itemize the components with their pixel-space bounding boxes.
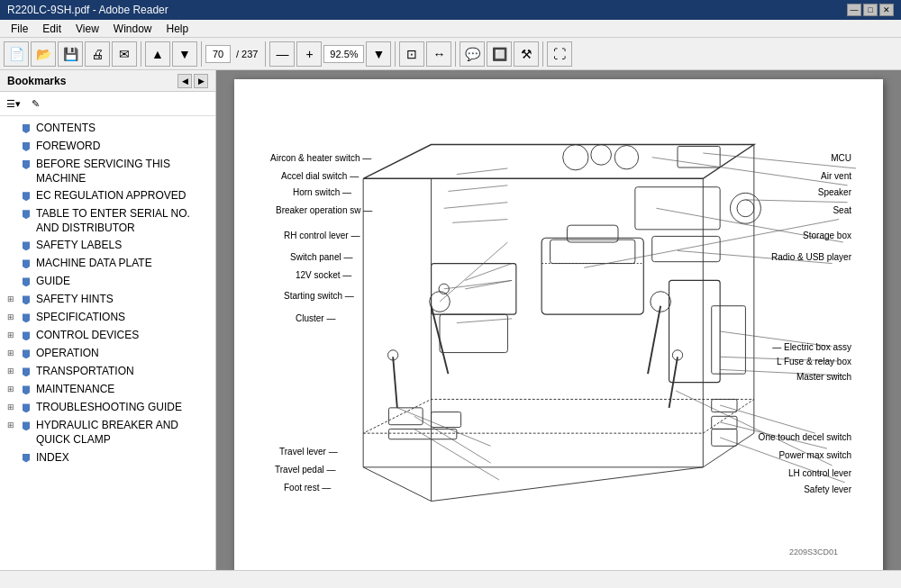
menu-file[interactable]: File [4, 21, 35, 37]
save-button[interactable]: 💾 [58, 41, 83, 67]
sidebar-item-table-serial[interactable]: TABLE TO ENTER SERIAL NO. AND DISTRIBUTO… [0, 205, 215, 237]
svg-line-35 [465, 280, 512, 288]
fit-page-button[interactable]: ⊡ [399, 41, 424, 67]
sidebar-item-control-devices[interactable]: ⊞CONTROL DEVICES [0, 327, 215, 345]
prev-page-button[interactable]: ▲ [145, 41, 170, 67]
sidebar-item-label: CONTENTS [36, 122, 96, 136]
sidebar-item-index[interactable]: INDEX [0, 449, 215, 467]
email-button[interactable]: ✉ [112, 41, 137, 67]
bookmark-icon [20, 384, 32, 396]
menu-window[interactable]: Window [106, 21, 159, 37]
zoom-dropdown-button[interactable]: ▼ [366, 41, 391, 67]
svg-line-36 [444, 280, 512, 288]
label-air-vent: Air vent [821, 171, 851, 181]
svg-rect-6 [440, 314, 507, 352]
menu-edit[interactable]: Edit [35, 21, 68, 37]
sidebar-content[interactable]: CONTENTSFOREWORDBEFORE SERVICING THIS MA… [0, 116, 215, 570]
sidebar-title: Bookmarks [7, 75, 66, 87]
label-rh-control: RH control lever — [284, 231, 359, 240]
zoom-input[interactable] [323, 45, 364, 63]
sidebar-add-button[interactable]: ✎ [25, 95, 45, 113]
svg-rect-11 [712, 306, 746, 374]
sidebar-menu-button[interactable]: ☰▾ [4, 95, 23, 113]
sidebar-item-safety-hints[interactable]: ⊞SAFETY HINTS [0, 291, 215, 309]
expand-icon: ⊞ [7, 348, 18, 357]
page-input[interactable] [205, 45, 231, 63]
sidebar-item-label: CONTROL DEVICES [36, 329, 139, 343]
fullscreen-button[interactable]: ⛶ [547, 41, 572, 67]
svg-rect-27 [712, 399, 737, 412]
sidebar-item-label: GUIDE [36, 275, 70, 289]
tools-button[interactable]: ⚒ [514, 41, 539, 67]
maximize-button[interactable]: □ [863, 4, 878, 16]
svg-rect-8 [432, 412, 461, 428]
sidebar-item-transportation[interactable]: ⊞TRANSPORTATION [0, 363, 215, 381]
svg-line-30 [457, 168, 508, 175]
separator-2 [201, 41, 202, 67]
svg-line-4 [648, 306, 660, 374]
sidebar-item-label: EC REGULATION APPROVED [36, 189, 186, 204]
sidebar-item-ec-regulation[interactable]: EC REGULATION APPROVED [0, 187, 215, 205]
expand-icon: ⊞ [7, 312, 18, 321]
label-starting: Starting switch — [284, 291, 354, 301]
comment-button[interactable]: 💬 [460, 41, 485, 67]
new-button[interactable]: 📄 [4, 41, 29, 67]
svg-point-18 [730, 193, 760, 223]
zoom-in-button[interactable]: + [296, 41, 322, 67]
fit-width-button[interactable]: ↔ [426, 41, 451, 67]
sidebar-item-machine-data[interactable]: MACHINE DATA PLATE [0, 255, 215, 273]
bookmark-icon [20, 330, 32, 342]
sidebar-item-troubleshooting[interactable]: ⊞TROUBLESHOOTING GUIDE [0, 399, 215, 417]
svg-line-44 [745, 200, 847, 203]
svg-rect-29 [712, 429, 737, 446]
label-cluster: Cluster — [296, 313, 335, 323]
sidebar-item-hydraulic-breaker[interactable]: ⊞HYDRAULIC BREAKER AND QUICK CLAMP [0, 417, 215, 448]
sidebar-item-foreword[interactable]: FOREWORD [0, 138, 215, 156]
sidebar-item-contents[interactable]: CONTENTS [0, 120, 215, 138]
bookmark-icon [20, 294, 32, 306]
sidebar-expand-button[interactable]: ▶ [194, 74, 208, 88]
pdf-area[interactable]: Aircon & heater switch — Accel dial swit… [216, 70, 901, 570]
svg-rect-1 [551, 240, 635, 263]
toolbar: 📄 📂 💾 🖨 ✉ ▲ ▼ / 237 — + ▼ ⊡ ↔ 💬 🔲 ⚒ ⛶ [0, 38, 901, 70]
sidebar-item-operation[interactable]: ⊞OPERATION [0, 345, 215, 363]
sidebar-item-specifications[interactable]: ⊞SPECIFICATIONS [0, 309, 215, 327]
svg-rect-17 [678, 146, 720, 167]
svg-line-43 [652, 158, 848, 185]
menu-view[interactable]: View [68, 21, 106, 37]
svg-rect-5 [432, 264, 516, 315]
svg-line-23 [393, 357, 397, 408]
svg-line-38 [457, 319, 512, 323]
status-bar [0, 570, 901, 588]
close-button[interactable]: ✕ [879, 4, 894, 16]
sidebar-item-safety-labels[interactable]: SAFETY LABELS [0, 237, 215, 255]
sidebar-item-guide[interactable]: GUIDE [0, 273, 215, 291]
menu-help[interactable]: Help [159, 21, 196, 37]
sidebar-item-label: TROUBLESHOOTING GUIDE [36, 401, 182, 415]
sidebar-item-maintenance[interactable]: ⊞MAINTENANCE [0, 381, 215, 399]
highlight-button[interactable]: 🔲 [487, 41, 512, 67]
bookmark-icon [20, 208, 32, 221]
label-horn: Horn switch — [293, 187, 351, 197]
zoom-out-button[interactable]: — [269, 41, 295, 67]
bookmark-icon [20, 420, 32, 432]
sidebar-item-label: BEFORE SERVICING THIS MACHINE [36, 158, 212, 185]
open-button[interactable]: 📂 [31, 41, 56, 67]
svg-line-31 [448, 185, 507, 192]
print-button[interactable]: 🖨 [85, 41, 110, 67]
next-page-button[interactable]: ▼ [172, 41, 197, 67]
bookmark-icon [20, 452, 32, 465]
label-safety: Safety lever [804, 484, 851, 494]
svg-line-34 [440, 242, 507, 302]
sidebar-item-label: TRANSPORTATION [36, 365, 134, 379]
bookmark-icon [20, 312, 32, 324]
label-mcu: MCU [831, 153, 851, 163]
sidebar-item-label: MAINTENANCE [36, 383, 114, 397]
minimize-button[interactable]: — [847, 4, 861, 16]
bookmark-icon [20, 276, 32, 288]
svg-line-33 [452, 220, 507, 223]
svg-line-39 [397, 408, 491, 446]
sidebar-collapse-button[interactable]: ◀ [177, 74, 192, 88]
expand-icon: ⊞ [7, 421, 18, 430]
sidebar-item-before-servicing[interactable]: BEFORE SERVICING THIS MACHINE [0, 156, 215, 187]
